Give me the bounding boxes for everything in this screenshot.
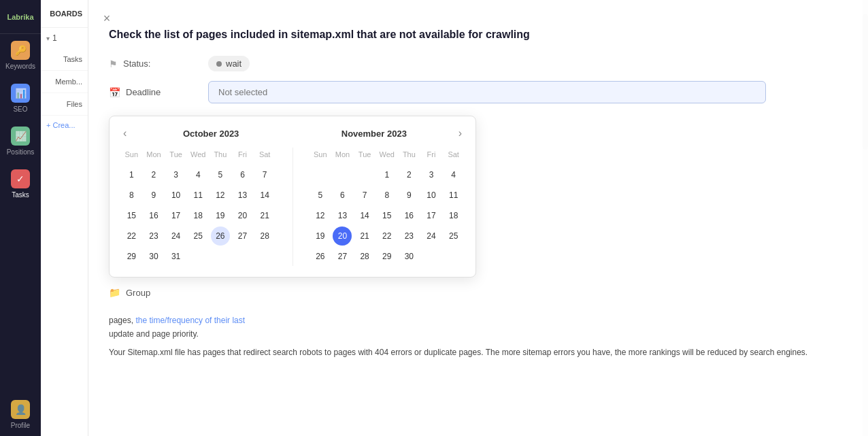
calendar-day[interactable]: 19 [211, 206, 230, 225]
calendar-day[interactable]: 25 [188, 227, 207, 246]
calendar-day[interactable]: 30 [399, 247, 418, 266]
calendar-day[interactable]: 16 [399, 206, 418, 225]
calendar-day[interactable]: 1 [122, 165, 141, 184]
calendar-day[interactable]: 24 [167, 227, 186, 246]
seo-icon: 📊 [11, 84, 30, 103]
calendar-day[interactable]: 10 [422, 186, 441, 205]
calendar-day[interactable]: 3 [422, 165, 441, 184]
calendar-day[interactable]: 11 [444, 186, 463, 205]
calendar-day[interactable]: 21 [355, 227, 374, 246]
calendar-day[interactable]: 21 [255, 206, 274, 225]
sidebar-item-positions[interactable]: 📈 Positions [0, 120, 41, 163]
deadline-label: 📅 Deadline [109, 87, 197, 98]
calendar-day[interactable]: 1 [378, 165, 397, 184]
october-calendar: Sun Mon Tue Wed Thu Fri Sat 123456789101… [120, 148, 276, 266]
deadline-input[interactable] [208, 81, 766, 103]
tasks-menu-item[interactable]: Tasks [41, 48, 88, 71]
calendar-day[interactable]: 25 [444, 227, 463, 246]
sidebar-item-label: Profile [11, 422, 30, 429]
calendar-day[interactable]: 11 [188, 186, 207, 205]
calendar-day[interactable]: 16 [144, 206, 163, 225]
positions-icon: 📈 [11, 127, 30, 146]
calendar-day[interactable]: 14 [355, 206, 374, 225]
calendar-day[interactable]: 22 [378, 227, 397, 246]
calendar-day[interactable]: 15 [122, 206, 141, 225]
october-day-names: Sun Mon Tue Wed Thu Fri Sat [120, 148, 276, 161]
calendar-day[interactable]: 26 [311, 247, 330, 266]
calendar-day[interactable]: 31 [167, 247, 186, 266]
calendar-day[interactable]: 18 [188, 206, 207, 225]
calendar-day[interactable]: 13 [333, 206, 352, 225]
calendar-day[interactable]: 24 [422, 227, 441, 246]
files-menu-item[interactable]: Files [41, 93, 88, 116]
calendar-day[interactable]: 29 [378, 247, 397, 266]
calendar-day[interactable]: 28 [255, 227, 274, 246]
calendar-day[interactable]: 13 [233, 186, 252, 205]
sidebar-item-keywords[interactable]: 🔑 Keywords [0, 34, 41, 77]
calendar-day[interactable]: 4 [188, 165, 207, 184]
calendar-day[interactable]: 19 [311, 227, 330, 246]
desc-paragraph2: Your Sitemap.xml file has pages that red… [109, 346, 848, 359]
calendar-day[interactable]: 14 [255, 186, 274, 205]
calendar-day[interactable]: 3 [167, 165, 186, 184]
sidebar-item-label: Keywords [5, 63, 35, 70]
calendar-day[interactable]: 26 [211, 227, 230, 246]
calendar-day[interactable]: 17 [422, 206, 441, 225]
calendar-day[interactable]: 12 [311, 206, 330, 225]
app-logo: Labrika [0, 0, 41, 34]
calendar-day[interactable]: 7 [255, 165, 274, 184]
november-calendar: Sun Mon Tue Wed Thu Fri Sat 123456789101… [310, 148, 465, 266]
calendar-day[interactable]: 22 [122, 227, 141, 246]
calendar-day[interactable]: 23 [399, 227, 418, 246]
empty-day [311, 165, 330, 184]
calendar-day[interactable]: 9 [399, 186, 418, 205]
calendar-day[interactable]: 23 [144, 227, 163, 246]
main-content: × Check the list of pages included in si… [88, 0, 868, 436]
status-row: ⚑ Status: wait [109, 56, 848, 71]
calendar-day[interactable]: 27 [233, 227, 252, 246]
boards-header: BOARDS [41, 0, 88, 28]
next-month-button[interactable]: › [456, 127, 465, 139]
november-title: November 2023 [293, 129, 456, 139]
calendar-day[interactable]: 6 [233, 165, 252, 184]
calendar-day[interactable]: 18 [444, 206, 463, 225]
main-sidebar: Labrika 🔑 Keywords 📊 SEO 📈 Positions ✓ T… [0, 0, 41, 436]
calendar-day[interactable]: 5 [311, 186, 330, 205]
calendar-day[interactable]: 8 [122, 186, 141, 205]
sidebar-item-profile[interactable]: 👤 Profile [0, 393, 41, 436]
calendar-day[interactable]: 4 [444, 165, 463, 184]
sidebar-item-tasks[interactable]: ✓ Tasks [0, 163, 41, 205]
calendar-day[interactable]: 12 [211, 186, 230, 205]
status-badge[interactable]: wait [208, 56, 250, 71]
sidebar-item-seo[interactable]: 📊 SEO [0, 77, 41, 120]
members-menu-item[interactable]: Memb... [41, 71, 88, 93]
profile-icon: 👤 [11, 400, 30, 419]
november-days: 1234567891011121314151617181920212223242… [310, 165, 465, 266]
calendar-day[interactable]: 9 [144, 186, 163, 205]
calendar-day[interactable]: 10 [167, 186, 186, 205]
calendar-day[interactable]: 20 [233, 206, 252, 225]
calendar-day[interactable]: 30 [144, 247, 163, 266]
prev-month-button[interactable]: ‹ [120, 127, 129, 139]
october-days: 1234567891011121314151617181920212223242… [120, 165, 276, 266]
board-number[interactable]: ▾ 1 [41, 28, 88, 48]
calendar-day[interactable]: 28 [355, 247, 374, 266]
date-picker-calendar: ‹ October 2023 November 2023 › Sun Mon T… [109, 116, 476, 278]
calendar-day[interactable]: 20 [333, 227, 352, 246]
calendar-day[interactable]: 7 [355, 186, 374, 205]
calendar-day[interactable]: 17 [167, 206, 186, 225]
create-button[interactable]: + Crea... [41, 116, 88, 135]
calendar-day[interactable]: 6 [333, 186, 352, 205]
calendar-day[interactable]: 15 [378, 206, 397, 225]
group-row: 📁 Group [109, 287, 848, 298]
secondary-sidebar: BOARDS ▾ 1 Tasks Memb... Files + Crea... [41, 0, 88, 436]
calendar-day[interactable]: 8 [378, 186, 397, 205]
time-frequency-link[interactable]: the time/frequency of their last [135, 316, 245, 325]
desc-paragraph1: pages, the time/frequency of their last … [109, 314, 848, 340]
calendar-day[interactable]: 27 [333, 247, 352, 266]
calendar-day[interactable]: 5 [211, 165, 230, 184]
calendar-day[interactable]: 29 [122, 247, 141, 266]
close-button[interactable]: × [99, 10, 115, 27]
calendar-day[interactable]: 2 [144, 165, 163, 184]
calendar-day[interactable]: 2 [399, 165, 418, 184]
